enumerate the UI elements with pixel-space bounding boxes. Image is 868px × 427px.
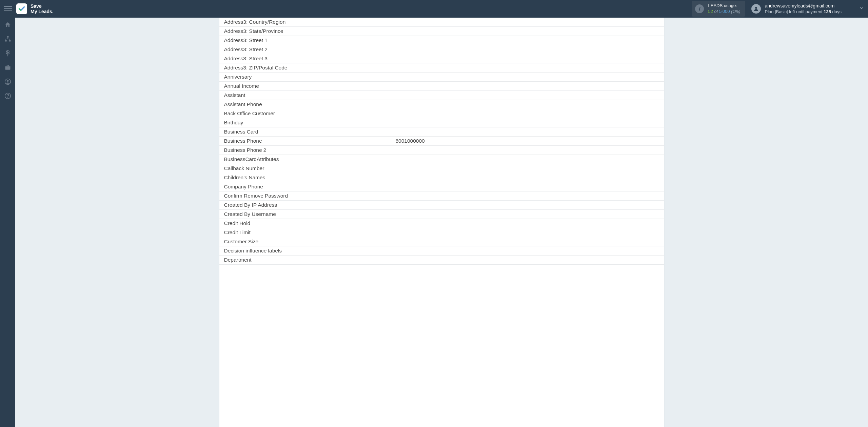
field-row[interactable]: Department [219, 256, 664, 265]
svg-rect-4 [5, 66, 10, 70]
info-icon: i [695, 4, 704, 13]
field-label: Confirm Remove Password [224, 193, 396, 199]
dollar-icon [4, 50, 11, 57]
field-label: Decision influence labels [224, 248, 396, 254]
svg-point-8 [7, 97, 8, 98]
plan-prefix: Plan | [765, 9, 776, 14]
field-label: Company Phone [224, 184, 396, 190]
field-row[interactable]: Callback Number [219, 164, 664, 173]
main-content: Address3: Country/RegionAddress3: State/… [15, 18, 868, 427]
field-row[interactable]: Address3: Country/Region [219, 18, 664, 27]
help-icon [4, 93, 11, 99]
field-label: Address3: State/Province [224, 28, 396, 34]
field-row[interactable]: Address3: Street 3 [219, 54, 664, 63]
field-row[interactable]: Address3: ZIP/Postal Code [219, 63, 664, 73]
field-label: Created By IP Address [224, 202, 396, 208]
chevron-down-icon [859, 6, 864, 12]
field-row[interactable]: Business Phone 2 [219, 146, 664, 155]
field-row[interactable]: Anniversary [219, 73, 664, 82]
field-row[interactable]: Business Phone8001000000 [219, 137, 664, 146]
sidebar-item-home[interactable] [0, 18, 15, 32]
field-label: BusinessCardAttributes [224, 156, 396, 162]
user-circle-icon [4, 78, 11, 85]
field-row[interactable]: Address3: Street 2 [219, 45, 664, 54]
field-label: Annual Income [224, 83, 396, 89]
field-label: Credit Hold [224, 220, 396, 226]
field-label: Business Phone 2 [224, 147, 396, 153]
main-layout: Address3: Country/RegionAddress3: State/… [0, 18, 868, 427]
field-label: Address3: Country/Region [224, 19, 396, 25]
usage-total: 5'000 [719, 9, 730, 14]
field-row[interactable]: Assistant [219, 91, 664, 100]
home-icon [4, 21, 11, 28]
field-value: 8001000000 [396, 138, 659, 144]
menu-toggle-button[interactable] [4, 5, 12, 13]
plan-days: 128 [824, 9, 831, 14]
account-email: andrewsavemyleads@gmail.com [765, 3, 842, 9]
plan-days-suffix: days [831, 9, 842, 14]
field-label: Birthday [224, 120, 396, 126]
sidebar-item-briefcase[interactable] [0, 60, 15, 75]
plan-mid: | left until payment [787, 9, 824, 14]
sidebar [0, 18, 15, 427]
brand-line1: Save [31, 3, 42, 9]
fields-panel: Address3: Country/RegionAddress3: State/… [219, 18, 664, 427]
field-label: Customer Size [224, 239, 396, 245]
field-label: Callback Number [224, 165, 396, 171]
sidebar-item-connections[interactable] [0, 32, 15, 46]
svg-point-6 [7, 80, 8, 82]
field-row[interactable]: Created By IP Address [219, 201, 664, 210]
leads-usage-box[interactable]: i LEADS usage: 52 of 5'000 (1%) [692, 1, 745, 17]
field-label: Children's Names [224, 175, 396, 181]
usage-pct: (1%) [731, 9, 740, 14]
brand-logo[interactable] [16, 3, 27, 14]
sidebar-item-billing[interactable] [0, 46, 15, 60]
field-label: Address3: Street 3 [224, 56, 396, 62]
svg-rect-1 [7, 36, 8, 38]
usage-text: LEADS usage: 52 of 5'000 (1%) [708, 3, 740, 15]
field-label: Back Office Customer [224, 110, 396, 117]
account-menu[interactable]: andrewsavemyleads@gmail.com Plan |Basic|… [751, 3, 864, 15]
field-label: Assistant Phone [224, 101, 396, 107]
usage-count: 52 [708, 9, 713, 14]
field-row[interactable]: Credit Limit [219, 228, 664, 237]
field-label: Business Card [224, 129, 396, 135]
avatar [751, 4, 761, 14]
plan-name: Basic [776, 9, 787, 14]
field-row[interactable]: Annual Income [219, 82, 664, 91]
account-text: andrewsavemyleads@gmail.com Plan |Basic|… [765, 3, 842, 15]
field-row[interactable]: Decision influence labels [219, 246, 664, 256]
usage-of: of [714, 9, 718, 14]
field-row[interactable]: Address3: Street 1 [219, 36, 664, 45]
brand-line2: My Leads. [31, 9, 54, 14]
field-row[interactable]: Back Office Customer [219, 109, 664, 118]
field-row[interactable]: Children's Names [219, 173, 664, 182]
check-icon [18, 5, 25, 13]
brand-name: Save My Leads. [31, 3, 54, 14]
field-row[interactable]: Assistant Phone [219, 100, 664, 109]
usage-values: 52 of 5'000 (1%) [708, 9, 740, 15]
field-row[interactable]: BusinessCardAttributes [219, 155, 664, 164]
field-row[interactable]: Birthday [219, 118, 664, 127]
field-label: Business Phone [224, 138, 396, 144]
briefcase-icon [4, 64, 11, 71]
field-row[interactable]: Credit Hold [219, 219, 664, 228]
field-label: Assistant [224, 92, 396, 98]
field-row[interactable]: Created By Username [219, 210, 664, 219]
field-label: Address3: Street 1 [224, 37, 396, 43]
field-row[interactable]: Confirm Remove Password [219, 191, 664, 201]
field-row[interactable]: Customer Size [219, 237, 664, 246]
field-label: Address3: Street 2 [224, 46, 396, 53]
svg-rect-2 [5, 40, 6, 41]
field-label: Anniversary [224, 74, 396, 80]
field-label: Department [224, 257, 396, 263]
field-row[interactable]: Address3: State/Province [219, 27, 664, 36]
sidebar-item-profile[interactable] [0, 75, 15, 89]
app-header: Save My Leads. i LEADS usage: 52 of 5'00… [0, 0, 868, 18]
sidebar-item-help[interactable] [0, 89, 15, 103]
svg-rect-3 [9, 40, 11, 41]
field-row[interactable]: Company Phone [219, 182, 664, 191]
field-row[interactable]: Business Card [219, 127, 664, 137]
sitemap-icon [4, 36, 11, 42]
field-label: Created By Username [224, 211, 396, 217]
